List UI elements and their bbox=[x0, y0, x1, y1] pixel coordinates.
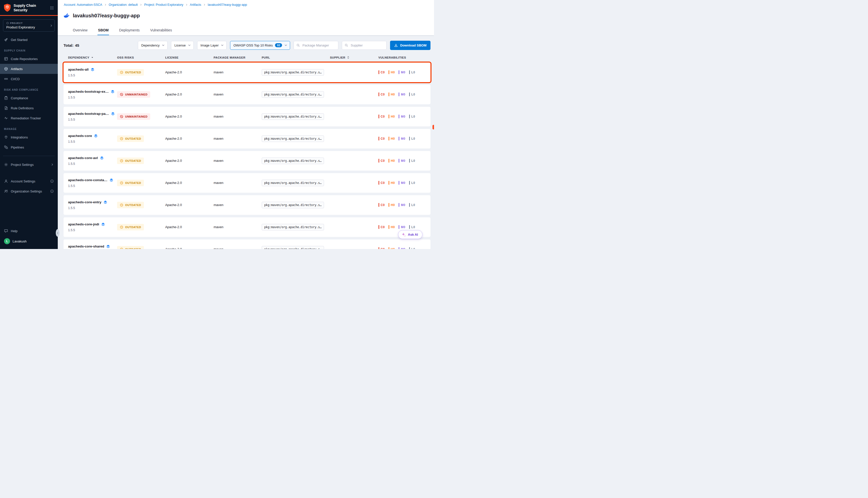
dependency-version: 1.5.5 bbox=[68, 228, 117, 232]
sidebar-item-integrations[interactable]: Integrations bbox=[0, 132, 58, 142]
tab-overview[interactable]: Overview bbox=[72, 26, 88, 35]
table-row[interactable]: apacheds-core-shared1.5.5OUTDATEDApache-… bbox=[64, 239, 430, 249]
dependency-name[interactable]: apacheds-all bbox=[68, 68, 89, 71]
table-row[interactable]: apacheds-core-avl1.5.5OUTDATEDApache-2.0… bbox=[64, 151, 430, 171]
breadcrumb-item[interactable]: lavakush07/easy-buggy-app bbox=[208, 3, 247, 6]
user-name: Lavakush bbox=[13, 239, 27, 243]
purl-value[interactable]: pkg:maven/org.apache.directory.s… bbox=[262, 135, 324, 142]
sidebar-item-label: Compliance bbox=[11, 96, 28, 100]
layers-icon bbox=[104, 200, 107, 204]
sidebar-item-account-settings[interactable]: Account Settings bbox=[0, 176, 58, 186]
vuln-count-m: M0 bbox=[399, 137, 405, 141]
sidebar-item-project-settings[interactable]: Project Settings bbox=[0, 159, 58, 170]
license-value: Apache-2.0 bbox=[165, 151, 214, 171]
sidebar-section-label: RISK AND COMPLIANCE bbox=[0, 84, 58, 93]
vuln-count-h: H0 bbox=[389, 181, 395, 185]
tab-sbom[interactable]: SBOM bbox=[97, 26, 109, 35]
column-header-oss-risks[interactable]: OSS RISKS bbox=[117, 56, 165, 59]
breadcrumb-item[interactable]: Account: Automation-SSCA bbox=[64, 3, 102, 6]
column-header-license[interactable]: LICENSE bbox=[165, 56, 214, 59]
dependency-name[interactable]: apacheds-bootstrap-ex… bbox=[68, 90, 109, 93]
table-row[interactable]: apacheds-core-entry1.5.5OUTDATEDApache-2… bbox=[64, 195, 430, 215]
sparkle-icon bbox=[401, 233, 406, 237]
dependency-name[interactable]: apacheds-core-jndi bbox=[68, 222, 99, 226]
purl-value[interactable]: pkg:maven/org.apache.directory.s… bbox=[262, 69, 324, 76]
filter-image-layer[interactable]: Image Layer bbox=[197, 41, 227, 50]
package-manager-search[interactable] bbox=[294, 41, 338, 50]
app-switcher-grid-icon[interactable] bbox=[50, 5, 54, 10]
sidebar-item-get-started[interactable]: Get Started bbox=[0, 35, 58, 45]
filter-owasp-oss-top-10-risks[interactable]: OWASP OSS Top 10 Risks02 bbox=[230, 41, 290, 50]
vuln-count-m: M0 bbox=[399, 92, 405, 96]
purl-value[interactable]: pkg:maven/org.apache.directory.s… bbox=[262, 113, 324, 120]
dependency-name[interactable]: apacheds-core-consta… bbox=[68, 178, 107, 182]
tab-deployments[interactable]: Deployments bbox=[119, 26, 140, 35]
package-manager-value: maven bbox=[214, 195, 262, 215]
filter-dependency[interactable]: Dependency bbox=[138, 41, 168, 50]
sidebar-item-compliance[interactable]: Compliance bbox=[0, 93, 58, 103]
supplier-input[interactable] bbox=[350, 43, 384, 48]
project-cube-icon bbox=[6, 22, 9, 24]
user-icon bbox=[4, 179, 8, 183]
sidebar-item-help[interactable]: Help bbox=[0, 226, 58, 236]
purl-value[interactable]: pkg:maven/org.apache.directory.s… bbox=[262, 91, 324, 98]
sidebar-item-rule-definitions[interactable]: Rule Definitions bbox=[0, 103, 58, 113]
project-selector[interactable]: PROJECT Product Exploratory bbox=[3, 19, 55, 32]
purl-value[interactable]: pkg:maven/org.apache.directory.s… bbox=[262, 180, 324, 186]
breadcrumb-item[interactable]: Artifacts bbox=[190, 3, 201, 6]
breadcrumb-item[interactable]: Project: Product Exploratory bbox=[144, 3, 183, 6]
user-menu[interactable]: L Lavakush bbox=[0, 236, 58, 247]
column-header-purl[interactable]: PURL bbox=[262, 56, 330, 59]
scroll-position-marker[interactable] bbox=[432, 125, 434, 129]
table-row[interactable]: apacheds-bootstrap-pa…1.5.5UNMAINTAINEDA… bbox=[64, 107, 430, 127]
package-manager-input[interactable] bbox=[302, 43, 336, 48]
sidebar-item-ci-cd[interactable]: CI/CD bbox=[0, 74, 58, 84]
column-header-vulnerabilities[interactable]: VULNERABILITIES bbox=[378, 56, 431, 59]
table-row[interactable]: apacheds-bootstrap-ex…1.5.5UNMAINTAINEDA… bbox=[64, 85, 430, 104]
package-manager-value: maven bbox=[214, 173, 262, 193]
purl-value[interactable]: pkg:maven/org.apache.directory.s… bbox=[262, 224, 324, 231]
title-row: lavakush07/easy-buggy-app bbox=[64, 9, 428, 25]
supplier-value bbox=[330, 107, 378, 127]
search-icon bbox=[345, 43, 348, 47]
ask-ai-button[interactable]: Ask AI bbox=[398, 230, 423, 239]
sidebar-item-remediation-tracker[interactable]: Remediation Tracker bbox=[0, 113, 58, 123]
sidebar-item-artifacts[interactable]: Artifacts bbox=[0, 64, 58, 74]
column-header-supplier[interactable]: SUPPLIER bbox=[330, 56, 378, 59]
sidebar-item-organization-settings[interactable]: Organization Settings bbox=[0, 186, 58, 196]
sidebar-item-pipelines[interactable]: Pipelines bbox=[0, 142, 58, 152]
dependency-name[interactable]: apacheds-core-avl bbox=[68, 156, 98, 160]
sidebar-item-code-repositories[interactable]: Code Repositories bbox=[0, 54, 58, 64]
oss-risk-label: UNMAINTAINED bbox=[125, 115, 147, 118]
breadcrumb-item[interactable]: Organization: default bbox=[109, 3, 138, 6]
dependency-version: 1.5.5 bbox=[68, 96, 117, 99]
filter-license[interactable]: License bbox=[171, 41, 193, 50]
table-row[interactable]: apacheds-core1.5.5OUTDATEDApache-2.0mave… bbox=[64, 129, 430, 148]
dependency-name[interactable]: apacheds-core-entry bbox=[68, 200, 102, 204]
purl-value[interactable]: pkg:maven/org.apache.directory.s… bbox=[262, 202, 324, 208]
dependency-name[interactable]: apacheds-core-shared bbox=[68, 245, 104, 248]
download-sbom-button[interactable]: Download SBOM bbox=[390, 41, 430, 50]
vuln-count-m: M0 bbox=[399, 203, 405, 207]
chevron-down-icon bbox=[188, 44, 191, 47]
table-row[interactable]: apacheds-core-consta…1.5.5OUTDATEDApache… bbox=[64, 173, 430, 193]
page-header: Account: Automation-SSCAOrganization: de… bbox=[58, 0, 434, 35]
column-header-package-manager[interactable]: PACKAGE MANAGER bbox=[214, 56, 262, 59]
dependency-version: 1.5.5 bbox=[68, 140, 117, 143]
clock-icon bbox=[120, 181, 123, 185]
dependency-name[interactable]: apacheds-bootstrap-pa… bbox=[68, 112, 109, 116]
purl-value[interactable]: pkg:maven/org.apache.directory.s… bbox=[262, 246, 324, 249]
app-title: Supply Chain Security bbox=[14, 3, 47, 12]
license-value: Apache-2.0 bbox=[165, 173, 214, 193]
supplier-value bbox=[330, 195, 378, 215]
dependency-name[interactable]: apacheds-core bbox=[68, 134, 92, 138]
sidebar-collapse-handle[interactable]: ‹ bbox=[56, 229, 59, 237]
supplier-search[interactable] bbox=[342, 41, 387, 50]
vuln-count-l: L0 bbox=[409, 181, 415, 185]
package-manager-value: maven bbox=[214, 239, 262, 249]
table-row[interactable]: apacheds-all1.5.5OUTDATEDApache-2.0maven… bbox=[64, 63, 430, 82]
tab-vulnerabilities[interactable]: Vulnerabilities bbox=[150, 26, 173, 35]
table-row[interactable]: apacheds-core-jndi1.5.5OUTDATEDApache-2.… bbox=[64, 217, 430, 237]
column-header-dependency[interactable]: DEPENDENCY bbox=[64, 56, 117, 59]
purl-value[interactable]: pkg:maven/org.apache.directory.s… bbox=[262, 158, 324, 164]
